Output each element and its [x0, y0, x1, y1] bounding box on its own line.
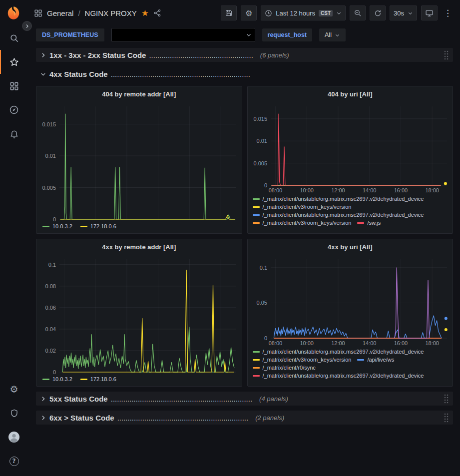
svg-text:0: 0 — [53, 216, 56, 222]
sidebar-item-explore[interactable] — [0, 98, 27, 122]
request-host-label[interactable]: request_host — [262, 28, 313, 41]
svg-text:0: 0 — [264, 335, 267, 341]
panel-chart[interactable]: 08:0010:0012:0014:0016:0018:0000.0050.01… — [248, 101, 453, 194]
legend-series-color — [42, 226, 49, 227]
panel-chart[interactable]: 08:0010:0012:0014:0016:0018:0000.050.1 — [248, 254, 453, 347]
datasource-variable[interactable]: DS_PROMETHEUS — [36, 28, 104, 41]
search-icon — [9, 33, 19, 43]
legend-series-label: /_matrix/client/r0/sync — [263, 365, 316, 371]
legend-item[interactable]: /_matrix/client/v3/room_keys/version — [253, 357, 352, 363]
legend-series-label: /_matrix/client/v3/room_keys/version — [263, 220, 352, 226]
refresh-button[interactable] — [370, 5, 386, 20]
favorite-star-icon[interactable]: ★ — [141, 8, 149, 18]
sidebar-item-dashboards[interactable] — [0, 74, 27, 98]
row-panel-count: (4 panels) — [259, 395, 288, 403]
svg-text:0.01: 0.01 — [45, 153, 56, 159]
panel-4xx-by-uri: 4xx by uri [All] 08:0010:0012:0014:0016:… — [247, 239, 454, 387]
panel-chart[interactable]: 08:0010:0012:0014:0016:0018:0000.0050.01… — [36, 101, 242, 222]
dashboard-squares-icon — [34, 9, 42, 17]
chevron-down-icon — [408, 10, 413, 16]
share-icon[interactable] — [153, 9, 161, 17]
row-1xx-3xx-2xx[interactable]: 1xx - 3xx - 2xx Status Code ............… — [36, 48, 453, 62]
bell-icon — [9, 129, 19, 139]
legend-item[interactable]: /_matrix/client/v3/room_keys/version — [253, 220, 352, 226]
panel-legend: 10.0.3.2172.18.0.6 — [36, 375, 242, 386]
host-variable-select[interactable] — [111, 28, 255, 42]
legend-series-label: /_matrix/client/unstable/org.matrix.msc2… — [263, 196, 424, 202]
legend-series-color — [42, 379, 49, 380]
time-range-picker[interactable]: Last 12 hours CST — [261, 5, 346, 20]
breadcrumb-folder[interactable]: General — [47, 9, 73, 17]
legend-item[interactable]: /api/live/ws — [357, 357, 394, 363]
sidebar-item-search[interactable] — [0, 26, 27, 50]
svg-text:0.01: 0.01 — [256, 138, 267, 144]
legend-series-color — [357, 222, 364, 224]
row-drag-handle[interactable] — [443, 412, 449, 423]
legend-series-label: /_matrix/client/v3/room_keys/version — [263, 357, 352, 363]
sidebar-item-help[interactable]: ? — [0, 449, 27, 473]
sidebar-item-configuration[interactable]: ⚙ — [0, 377, 27, 401]
request-host-value-dropdown[interactable]: All — [319, 28, 346, 41]
legend-item[interactable]: /_matrix/client/unstable/org.matrix.msc2… — [253, 349, 424, 355]
panel-title[interactable]: 4xx by uri [All] — [248, 239, 453, 254]
legend-series-color — [253, 359, 260, 361]
row-5xx[interactable]: 5xx Status Code ........................… — [36, 392, 453, 406]
sidebar-item-starred[interactable] — [0, 50, 27, 74]
row-drag-handle[interactable] — [443, 49, 449, 60]
legend-series-label: /_matrix/client/unstable/org.matrix.msc2… — [263, 212, 424, 218]
cycle-view-button[interactable] — [421, 5, 438, 20]
legend-item[interactable]: /sw.js — [357, 220, 381, 226]
panel-4xx-by-remote-addr: 4xx by remote addr [All] 08:0010:0012:00… — [36, 239, 242, 387]
sidebar-item-profile[interactable] — [0, 425, 27, 449]
chevron-right-icon — [40, 396, 46, 402]
legend-item[interactable]: 172.18.0.6 — [80, 223, 116, 229]
sidebar-item-alerting[interactable] — [0, 122, 27, 146]
legend-series-color — [253, 214, 260, 216]
gear-icon: ⚙ — [9, 385, 18, 394]
svg-text:10:00: 10:00 — [300, 187, 314, 193]
dashboard-content: 1xx - 3xx - 2xx Status Code ............… — [27, 44, 460, 425]
refresh-interval-dropdown[interactable]: 30s — [390, 5, 417, 20]
row-title: 6xx > Status Code — [49, 414, 114, 422]
legend-item[interactable]: 172.18.0.6 — [80, 376, 116, 382]
legend-series-color — [253, 222, 260, 224]
svg-text:14:00: 14:00 — [362, 187, 376, 193]
panel-title[interactable]: 404 by remote addr [All] — [36, 86, 242, 101]
sidebar-expand-button[interactable] — [22, 21, 32, 31]
panel-title[interactable]: 4xx by remote addr [All] — [36, 239, 242, 254]
sidebar-item-server-admin[interactable] — [0, 401, 27, 425]
row-panel-count: (6 panels) — [260, 51, 289, 59]
gear-icon: ⚙ — [245, 8, 252, 18]
legend-item[interactable]: 10.0.3.2 — [42, 376, 72, 382]
grafana-flame-icon — [6, 5, 21, 20]
dashboard-title[interactable]: NGINX PROXY — [85, 9, 137, 17]
row-6xx[interactable]: 6xx > Status Code ......................… — [36, 411, 453, 425]
row-leader-dots: ........................................… — [149, 51, 253, 59]
row-title: 1xx - 3xx - 2xx Status Code — [49, 51, 146, 59]
refresh-interval-value: 30s — [394, 9, 404, 17]
save-dashboard-button[interactable] — [221, 5, 237, 20]
legend-item[interactable]: /_matrix/client/unstable/org.matrix.msc2… — [253, 373, 424, 379]
row-leader-dots: ........................................… — [117, 414, 249, 422]
dashboard-variables-bar: DS_PROMETHEUS request_host All — [27, 26, 460, 44]
legend-item[interactable]: 10.0.3.2 — [42, 223, 72, 229]
legend-item[interactable]: /_matrix/client/r0/sync — [253, 365, 316, 371]
dashboard-settings-button[interactable]: ⚙ — [241, 5, 257, 20]
zoom-out-button[interactable] — [350, 5, 366, 20]
panel-title[interactable]: 404 by uri [All] — [248, 86, 453, 101]
row-drag-handle[interactable] — [443, 393, 449, 404]
panel-chart[interactable]: 08:0010:0012:0014:0016:0018:0000.020.040… — [36, 254, 242, 375]
legend-series-color — [357, 359, 364, 361]
more-options-kebab[interactable]: ⋮ — [442, 8, 454, 18]
legend-item[interactable]: /_matrix/client/v3/room_keys/version — [253, 204, 352, 210]
legend-item[interactable]: /_matrix/client/unstable/org.matrix.msc2… — [253, 196, 424, 202]
save-icon — [225, 9, 233, 17]
svg-text:0.005: 0.005 — [42, 185, 56, 191]
legend-series-label: /_matrix/client/v3/room_keys/version — [263, 204, 352, 210]
legend-series-label: 172.18.0.6 — [90, 376, 116, 382]
legend-series-color — [253, 198, 260, 200]
svg-text:10:00: 10:00 — [300, 340, 314, 346]
legend-item[interactable]: /_matrix/client/unstable/org.matrix.msc2… — [253, 212, 424, 218]
request-host-value: All — [325, 31, 332, 38]
row-4xx[interactable]: 4xx Status Code ........................… — [36, 67, 453, 81]
